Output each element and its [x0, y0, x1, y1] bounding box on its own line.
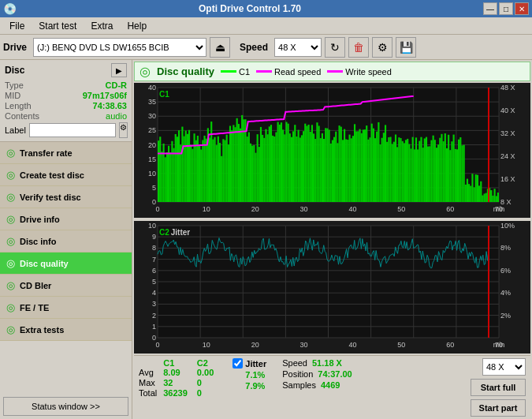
legend-read-label: Read speed — [274, 67, 321, 77]
verify-test-disc-icon: ◎ — [6, 191, 15, 203]
eject-button[interactable]: ⏏ — [210, 37, 230, 58]
transfer-rate-icon: ◎ — [6, 147, 15, 159]
total-label: Total — [139, 388, 163, 398]
length-value: 74:38.63 — [93, 101, 127, 110]
refresh-button[interactable]: ↻ — [325, 37, 345, 58]
total-c2: 0 — [197, 388, 223, 398]
legend-read-speed: Read speed — [256, 67, 321, 77]
max-c2: 0 — [197, 378, 223, 388]
disc-nav-button[interactable]: ▶ — [111, 63, 127, 77]
mid-label: MID — [5, 91, 20, 100]
c2-jitter-chart — [134, 221, 530, 354]
avg-jitter: 7.1% — [233, 370, 266, 380]
chart1-wrapper — [134, 83, 530, 219]
label-input[interactable] — [29, 123, 116, 137]
sidebar-item-extra-tests[interactable]: ◎ Extra tests — [0, 319, 132, 341]
disc-info-icon: ◎ — [6, 235, 15, 247]
contents-value: audio — [106, 111, 127, 121]
app-icon: 💿 — [3, 2, 17, 15]
erase-button[interactable]: 🗑 — [348, 37, 369, 58]
sidebar-item-create-test-disc[interactable]: ◎ Create test disc — [0, 164, 132, 186]
jitter-label: Jitter — [245, 359, 266, 368]
sidebar-item-verify-test-disc[interactable]: ◎ Verify test disc — [0, 186, 132, 208]
fe-te-icon: ◎ — [6, 301, 15, 313]
legend-c1-label: C1 — [239, 67, 250, 77]
speed-label: Speed — [240, 42, 268, 53]
drive-select[interactable]: (J:) BENQ DVD LS DW1655 BCIB — [33, 38, 206, 57]
avg-c1: 8.09 — [163, 368, 197, 378]
total-c1: 36239 — [163, 388, 197, 398]
disc-quality-title: Disc quality — [157, 65, 214, 77]
sidebar-item-fe-te[interactable]: ◎ FE / TE — [0, 297, 132, 319]
chart-area: ◎ Disc quality C1 Read speed Write speed — [132, 60, 532, 419]
sidebar-item-transfer-rate[interactable]: ◎ Transfer rate — [0, 142, 132, 164]
nav-items: ◎ Transfer rate ◎ Create test disc ◎ Ver… — [0, 142, 132, 394]
cd-bler-icon: ◎ — [6, 279, 15, 291]
speed-stat-label: Speed — [282, 358, 307, 368]
menu-help[interactable]: Help — [121, 19, 153, 33]
speed-stat-value: 51.18 X — [312, 358, 342, 368]
type-value: CD-R — [106, 80, 128, 90]
stats-panel: C1 C2 Avg 8.09 0.00 Max 32 0 Total 36239… — [134, 355, 530, 419]
toolbar: Drive (J:) BENQ DVD LS DW1655 BCIB ⏏ Spe… — [0, 35, 532, 60]
samples-label: Samples — [282, 380, 316, 390]
action-buttons: 48 X 40 X 32 X Start full Start part — [471, 358, 526, 417]
max-label: Max — [139, 378, 163, 388]
menubar: File Start test Extra Help — [0, 17, 532, 35]
start-part-button[interactable]: Start part — [471, 399, 526, 417]
speed-position-section: Speed 51.18 X Position 74:37.00 Samples … — [282, 358, 352, 390]
action-speed-select[interactable]: 48 X 40 X 32 X — [482, 358, 526, 376]
chart2-wrapper — [134, 221, 530, 355]
save-button[interactable]: 💾 — [396, 37, 416, 58]
legend-read-color — [256, 70, 272, 73]
speed-select[interactable]: 48 X 40 X 32 X — [274, 38, 322, 57]
disc-quality-header-icon: ◎ — [140, 64, 151, 79]
mid-value: 97m17s06f — [83, 91, 127, 100]
length-label: Length — [5, 101, 32, 110]
type-label: Type — [5, 80, 24, 90]
c1-chart — [134, 83, 530, 218]
sidebar-item-cd-bler[interactable]: ◎ CD Bler — [0, 275, 132, 297]
charts-container — [134, 83, 530, 355]
main-content: Disc ▶ Type CD-R MID 97m17s06f Length 74… — [0, 60, 532, 419]
disc-quality-icon: ◎ — [6, 257, 15, 269]
avg-c2: 0.00 — [197, 368, 223, 378]
sidebar-item-drive-info[interactable]: ◎ Drive info — [0, 208, 132, 230]
window-controls: — □ ✕ — [483, 2, 529, 15]
label-settings-button[interactable]: ⚙ — [119, 122, 128, 138]
start-full-button[interactable]: Start full — [471, 379, 526, 396]
legend-write-color — [327, 70, 343, 73]
app-title: Opti Drive Control 1.70 — [17, 3, 483, 14]
status-window-button[interactable]: Status window >> — [3, 397, 128, 416]
stats-table: C1 C2 Avg 8.09 0.00 Max 32 0 Total 36239… — [139, 358, 223, 398]
menu-file[interactable]: File — [3, 19, 31, 33]
position-value: 74:37.00 — [318, 369, 352, 379]
jitter-checkbox[interactable] — [233, 358, 243, 368]
drive-label: Drive — [3, 42, 27, 53]
legend-c1-color — [221, 70, 236, 73]
disc-quality-header: ◎ Disc quality C1 Read speed Write speed — [134, 62, 530, 81]
menu-start-test[interactable]: Start test — [32, 19, 83, 33]
contents-label: Contents — [5, 111, 39, 121]
label-label: Label — [5, 125, 26, 135]
minimize-button[interactable]: — — [483, 2, 497, 15]
sidebar-item-disc-info[interactable]: ◎ Disc info — [0, 230, 132, 253]
drive-info-icon: ◎ — [6, 213, 15, 225]
max-c1: 32 — [163, 378, 197, 388]
jitter-section: Jitter 7.1% 7.9% — [233, 358, 266, 391]
close-button[interactable]: ✕ — [515, 2, 529, 15]
legend-write-label: Write speed — [345, 67, 392, 77]
avg-label: Avg — [139, 368, 163, 378]
maximize-button[interactable]: □ — [499, 2, 513, 15]
disc-info-panel: Disc ▶ Type CD-R MID 97m17s06f Length 74… — [0, 60, 132, 142]
max-jitter: 7.9% — [233, 381, 266, 391]
sidebar: Disc ▶ Type CD-R MID 97m17s06f Length 74… — [0, 60, 132, 419]
create-test-disc-icon: ◎ — [6, 169, 15, 181]
titlebar: 💿 Opti Drive Control 1.70 — □ ✕ — [0, 0, 532, 17]
extra-tests-icon: ◎ — [6, 324, 15, 335]
legend-c1: C1 — [221, 67, 250, 77]
legend-write-speed: Write speed — [327, 67, 392, 77]
settings-button[interactable]: ⚙ — [372, 37, 392, 58]
sidebar-item-disc-quality[interactable]: ◎ Disc quality — [0, 253, 132, 275]
menu-extra[interactable]: Extra — [84, 19, 119, 33]
